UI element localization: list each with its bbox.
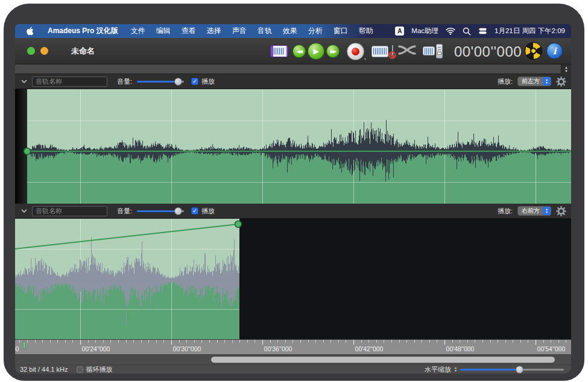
scrollbar-thumb[interactable] [211, 357, 555, 363]
track2-play-label: 播放 [201, 207, 215, 216]
horizontal-zoom-slider[interactable] [460, 365, 564, 374]
horizontal-zoom-label: 水平缩放 [425, 365, 451, 374]
play-button[interactable]: ▶ [308, 43, 324, 60]
menu-item[interactable]: 窗口 [334, 26, 348, 36]
menu-items: 文件编辑查看选择声音音轨效果分析窗口帮助 [125, 26, 379, 36]
dropdown-stepper-icon: ▲▼ [543, 77, 551, 86]
crossfade-icon[interactable] [398, 44, 416, 58]
ruler-tick [429, 340, 430, 343]
menu-item[interactable]: 选择 [207, 26, 221, 36]
ruler-tick [254, 340, 255, 343]
ruler-tick [35, 340, 36, 343]
zoom-controls: 水平缩放 ▴▾ [425, 365, 564, 374]
loop-playback-checkbox[interactable] [77, 366, 83, 373]
track1-volume-slider[interactable] [137, 77, 184, 86]
ruler-tick [300, 340, 301, 343]
track2-disclosure-chevron-icon[interactable] [21, 209, 27, 213]
screen: Amadeus Pro 汉化版 文件编辑查看选择声音音轨效果分析窗口帮助 A M… [15, 24, 571, 374]
ruler-tick [399, 340, 400, 343]
ruler-tick [270, 340, 271, 343]
fast-forward-button[interactable]: ▶▶ [326, 45, 340, 58]
slider-knob[interactable] [174, 207, 182, 215]
track1-waveform-area[interactable] [15, 89, 571, 204]
apple-menu-icon[interactable] [26, 27, 34, 36]
ruler-tick [490, 340, 491, 343]
mixer-icon[interactable] [423, 44, 443, 58]
display-bezel: Amadeus Pro 汉化版 文件编辑查看选择声音音轨效果分析窗口帮助 A M… [4, 4, 584, 381]
menu-item[interactable]: 文件 [131, 26, 145, 36]
ruler-tick [179, 340, 180, 343]
track1-volume-label: 音量: [117, 77, 132, 86]
track-audio-region[interactable] [15, 219, 239, 339]
ruler-time-label: 00'36''000 [260, 345, 296, 352]
menu-item[interactable]: 声音 [232, 26, 247, 36]
clear-selection-icon[interactable] [392, 46, 393, 57]
menu-item[interactable]: 分析 [308, 26, 323, 36]
radiation-icon[interactable] [525, 42, 542, 60]
playhead-marker[interactable] [23, 341, 25, 349]
ruler-tick [323, 340, 324, 343]
ruler-tick [285, 340, 286, 343]
info-button[interactable]: i [546, 43, 563, 59]
ruler-tick [444, 340, 445, 345]
selection-tool-icon[interactable] [270, 45, 288, 57]
timeline-ruler[interactable]: 00'18''00000'24''00000'30''00000'36''000… [15, 339, 571, 355]
loop-playback-label: 循环播放 [86, 365, 113, 374]
wifi-icon[interactable] [446, 27, 455, 35]
zoom-button[interactable] [27, 47, 35, 55]
ruler-tick [247, 340, 248, 343]
record-button[interactable]: ▾ [347, 43, 364, 60]
track2-output-dropdown[interactable]: 右前方▲▼ [517, 206, 551, 216]
ruler-tick [346, 340, 346, 343]
ruler-tick [376, 340, 377, 343]
track2-settings-gear-icon[interactable] [556, 206, 566, 216]
track-audio-region[interactable] [27, 89, 571, 204]
ruler-tick [422, 340, 422, 343]
menu-item[interactable]: 编辑 [156, 26, 171, 36]
track2-volume-slider[interactable] [137, 207, 184, 215]
minimize-button[interactable] [40, 47, 48, 55]
horizontal-scrollbar[interactable] [15, 355, 571, 365]
ruler-time-label: 00'30''000 [169, 345, 205, 352]
menu-item[interactable]: 查看 [182, 26, 196, 36]
rewind-button[interactable]: ◀◀ [292, 45, 306, 58]
spotlight-search-icon[interactable] [463, 27, 471, 36]
slider-knob[interactable] [516, 366, 523, 374]
track2-waveform-area[interactable] [15, 219, 571, 339]
input-source-icon[interactable]: A [395, 27, 404, 36]
zoom-stepper-icon: ▴▾ [455, 366, 457, 372]
track1-disclosure-chevron-icon[interactable] [21, 80, 27, 83]
ruler-tick [467, 340, 468, 343]
ruler-time-label: 00'54''000 [533, 345, 569, 352]
track1-name-input[interactable] [32, 77, 107, 87]
ruler-tick [148, 340, 149, 343]
menu-item[interactable]: 帮助 [359, 26, 373, 36]
ruler-tick [543, 340, 544, 343]
slider-knob[interactable] [174, 78, 182, 86]
track1-output-dropdown[interactable]: 前左方▲▼ [517, 77, 551, 86]
new-from-selection-icon[interactable] [371, 46, 388, 57]
assistant-menu-item[interactable]: Mac助理 [411, 27, 438, 36]
track2-name-input[interactable] [32, 206, 107, 216]
record-menu-caret: ▾ [364, 57, 366, 61]
ruler-tick [414, 340, 415, 343]
menu-bar: Amadeus Pro 汉化版 文件编辑查看选择声音音轨效果分析窗口帮助 A M… [15, 24, 571, 38]
menu-app-name[interactable]: Amadeus Pro 汉化版 [48, 26, 118, 36]
menu-item[interactable]: 音轨 [258, 26, 272, 36]
toolbar-divider-strip: ▲▼ [15, 64, 571, 74]
control-center-icon[interactable] [478, 27, 487, 36]
ruler-tick [65, 340, 66, 343]
ruler-tick [72, 340, 73, 343]
track2-play-checkbox[interactable]: ✓ [191, 207, 198, 214]
menu-item[interactable]: 效果 [283, 26, 297, 36]
track1-play-checkbox[interactable]: ✓ [191, 78, 198, 85]
ruler-tick [520, 340, 521, 343]
scroll-arrows[interactable]: ▲▼ [561, 64, 571, 74]
ruler-tick [110, 340, 111, 343]
track1-header: 音量: ✓ 播放 播放: 前左方▲▼ [15, 74, 571, 89]
fader-icon [436, 44, 443, 58]
ruler-tick [368, 340, 369, 343]
menubar-clock[interactable]: 1月21日 周四 下午2:09 [495, 27, 565, 36]
track1-settings-gear-icon[interactable] [556, 77, 566, 87]
ruler-tick [536, 340, 536, 345]
